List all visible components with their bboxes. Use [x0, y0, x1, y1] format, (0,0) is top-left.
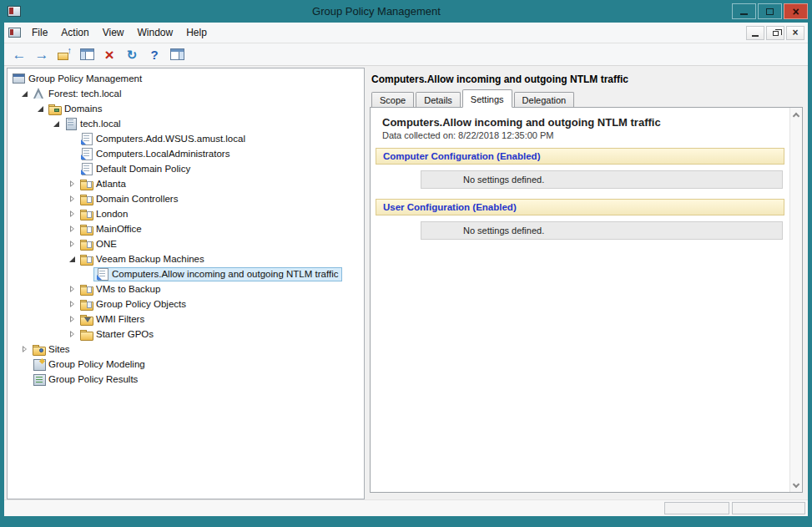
gpo-title: Computers.Allow incoming and outgoing NT… [370, 68, 803, 89]
scrollbar-track[interactable] [790, 121, 802, 479]
tree-item-selection: Group Policy Management [10, 72, 146, 86]
tree-item-default-domain-policy[interactable]: Default Domain Policy [8, 161, 364, 176]
show-action-pane-button[interactable] [167, 45, 187, 64]
scroll-up-button[interactable] [790, 108, 802, 121]
tree-item-label: Group Policy Management [28, 73, 142, 84]
tree-item-label: Forest: tech.local [48, 89, 122, 99]
tree-item-domains[interactable]: Domains [8, 101, 364, 116]
tree-item-atlanta[interactable]: Atlanta [8, 176, 364, 191]
mdi-minimize-button[interactable] [746, 26, 764, 40]
menu-file[interactable]: File [25, 23, 54, 42]
menu-view[interactable]: View [96, 23, 131, 42]
ou-icon [80, 253, 93, 265]
tree-item-group-policy-modeling[interactable]: Group Policy Modeling [8, 357, 364, 372]
expand-icon[interactable] [19, 344, 30, 355]
scroll-down-button[interactable] [790, 479, 802, 492]
collapse-icon[interactable] [67, 254, 78, 265]
expand-icon[interactable] [67, 179, 78, 190]
tab-scope[interactable]: Scope [371, 92, 414, 108]
tree-item-veeam-backup-machines[interactable]: Veeam Backup Machines [8, 251, 364, 266]
up-one-level-button[interactable] [54, 45, 74, 64]
maximize-button[interactable] [758, 3, 782, 19]
mdi-close-button[interactable] [786, 26, 804, 40]
menu-help[interactable]: Help [179, 23, 214, 42]
tab-delegation[interactable]: Delegation [514, 92, 575, 108]
close-button[interactable] [784, 3, 808, 19]
no-settings-text: No settings defined. [463, 225, 544, 236]
app-window: Group Policy Management File Action View… [0, 0, 812, 527]
tab-settings[interactable]: Settings [462, 89, 512, 108]
expand-icon[interactable] [67, 299, 78, 310]
tree-item-selection: Group Policy Results [30, 372, 142, 387]
delete-button[interactable] [99, 45, 119, 64]
minimize-button[interactable] [732, 3, 756, 19]
tree-item-label: WMI Filters [96, 314, 144, 324]
expander-placeholder [83, 269, 93, 280]
show-console-tree-button[interactable] [77, 45, 97, 64]
collapse-icon[interactable] [51, 119, 62, 129]
menu-window[interactable]: Window [131, 23, 180, 42]
status-cell [664, 502, 729, 514]
tab-details[interactable]: Details [416, 92, 461, 108]
report-scrollbar[interactable] [789, 108, 802, 492]
tree-item-selection: MainOffice [78, 222, 146, 236]
tree-item-forest-tech-local[interactable]: Forest: tech.local [8, 86, 364, 101]
expand-icon[interactable] [67, 314, 78, 325]
expand-icon[interactable] [67, 224, 78, 235]
expand-icon[interactable] [67, 194, 78, 205]
refresh-button[interactable] [122, 45, 142, 64]
tree-item-selection: Sites [30, 342, 74, 357]
tree-item-selection: Group Policy Modeling [30, 357, 149, 372]
chevron-up-icon [793, 112, 799, 119]
mdi-restore-button[interactable] [766, 26, 784, 40]
tree-item-one[interactable]: ONE [8, 236, 364, 251]
expander-placeholder [19, 359, 30, 370]
tree-item-computers-localadministrators[interactable]: Computers.LocalAdministrators [8, 146, 364, 161]
expand-icon[interactable] [67, 239, 78, 250]
minimize-icon [752, 35, 759, 37]
tree-item-label: Starter GPOs [96, 329, 154, 339]
title-bar: Group Policy Management [0, 0, 812, 23]
console-tree: Group Policy ManagementForest: tech.loca… [7, 68, 365, 499]
tree-item-sites[interactable]: Sites [8, 342, 364, 357]
tree-item-group-policy-results[interactable]: Group Policy Results [8, 372, 364, 387]
tree-item-label: ONE [96, 239, 117, 249]
collapse-icon[interactable] [35, 104, 46, 114]
user-configuration-header[interactable]: User Configuration (Enabled) [376, 199, 784, 215]
tree-item-mainoffice[interactable]: MainOffice [8, 221, 364, 236]
gpo-link-icon [80, 133, 93, 144]
tree-item-london[interactable]: London [8, 206, 364, 221]
tree-item-group-policy-objects[interactable]: Group Policy Objects [8, 296, 364, 312]
details-pane: Computers.Allow incoming and outgoing NT… [368, 68, 805, 499]
tree-item-label: Domains [64, 104, 102, 114]
forward-button[interactable] [32, 45, 52, 64]
help-button[interactable] [144, 45, 164, 64]
report-collected-timestamp: Data collected on: 8/22/2018 12:35:00 PM [382, 130, 784, 140]
minimize-icon [740, 13, 748, 15]
wmi-filters-icon [80, 313, 93, 325]
tree-item-label: Default Domain Policy [96, 164, 190, 174]
expand-icon[interactable] [67, 284, 78, 295]
tree-item-label: London [96, 209, 128, 219]
tree-item-vms-to-backup[interactable]: VMs to Backup [8, 281, 364, 296]
tree-item-label: Group Policy Objects [96, 299, 186, 309]
tree-item-computers-allow-incoming-and-outgoing-ntlm-traff[interactable]: Computers.Allow incoming and outgoing NT… [8, 266, 364, 281]
tree-item-domain-controllers[interactable]: Domain Controllers [8, 191, 364, 206]
tree-item-group-policy-management[interactable]: Group Policy Management [8, 71, 364, 86]
back-button[interactable] [9, 45, 29, 64]
ou-icon [80, 283, 93, 295]
tree-item-starter-gpos[interactable]: Starter GPOs [8, 327, 364, 342]
tree-item-selection: Domain Controllers [78, 192, 182, 206]
tree-item-computers-add-wsus-amust-local[interactable]: Computers.Add.WSUS.amust.local [8, 131, 364, 146]
tree-item-selection: ONE [78, 237, 121, 251]
expander-placeholder [67, 134, 78, 144]
status-cell [732, 502, 805, 514]
expand-icon[interactable] [67, 329, 78, 340]
expand-icon[interactable] [67, 209, 78, 220]
menu-action[interactable]: Action [54, 23, 95, 42]
tree-item-wmi-filters[interactable]: WMI Filters [8, 312, 364, 327]
collapse-icon[interactable] [19, 89, 30, 99]
computer-configuration-header[interactable]: Computer Configuration (Enabled) [376, 148, 784, 165]
tree-item-tech-local[interactable]: tech.local [8, 116, 364, 131]
tree-item-label: VMs to Backup [96, 284, 160, 294]
